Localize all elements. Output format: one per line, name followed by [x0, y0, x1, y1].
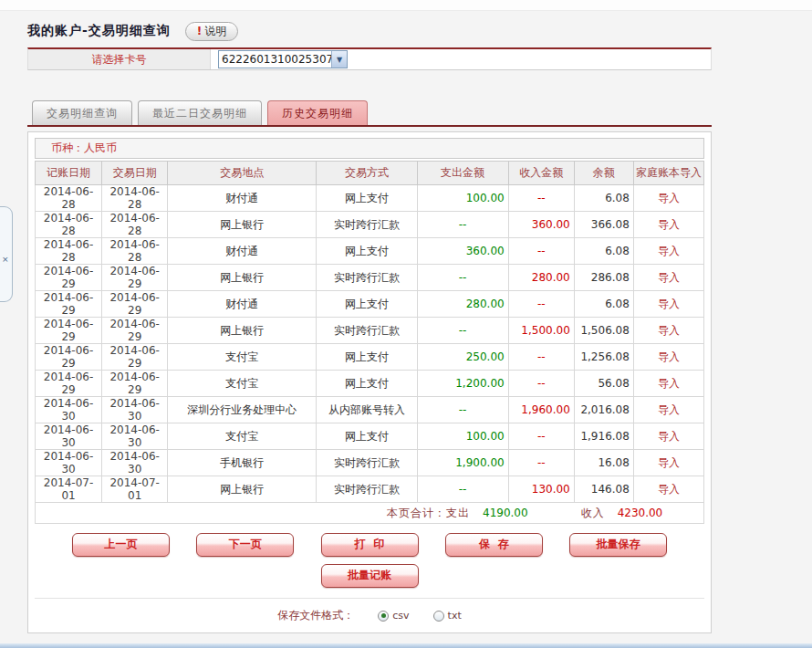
table-cell: --: [508, 344, 574, 371]
table-cell: 手机银行: [168, 450, 317, 476]
table-cell: 2014-06-28: [102, 185, 168, 212]
table-cell: 100.00: [417, 423, 508, 450]
card-select-row: 请选择卡号 6222601310025307752 ▼: [27, 47, 712, 70]
import-link[interactable]: 导入: [633, 371, 703, 397]
batch-save-button[interactable]: 批量保存: [569, 533, 667, 557]
table-cell: 2014-06-29: [36, 344, 102, 371]
table-cell: --: [508, 423, 574, 450]
table-cell: 2014-06-28: [36, 238, 102, 265]
tab-bar: 交易明细查询最近二日交易明细历史交易明细: [27, 100, 712, 127]
card-number-value: 6222601310025307752: [219, 51, 331, 68]
top-strip: [0, 0, 812, 11]
help-button[interactable]: ! 说明: [185, 22, 238, 41]
tab-2-active[interactable]: 历史交易明细: [267, 100, 368, 125]
table-cell: 16.08: [574, 450, 633, 476]
save-format-label: 保存文件格式：: [277, 608, 354, 623]
column-header: 家庭账本导入: [633, 162, 703, 185]
table-cell: 2014-06-29: [102, 371, 168, 397]
table-cell: 2014-06-29: [102, 318, 168, 344]
summary-income-label: 收入: [581, 504, 605, 523]
card-select-cell: 6222601310025307752 ▼: [211, 49, 711, 69]
table-cell: 2014-06-29: [36, 371, 102, 397]
tab-0[interactable]: 交易明细查询: [32, 100, 132, 125]
import-link[interactable]: 导入: [633, 318, 703, 344]
table-cell: 1,200.00: [417, 371, 508, 397]
radio-label: csv: [392, 610, 409, 622]
table-cell: 网上银行: [168, 318, 317, 344]
table-cell: 实时跨行汇款: [317, 318, 417, 344]
transaction-table: 记账日期交易日期交易地点交易方式支出金额收入金额余额家庭账本导入 2014-06…: [35, 161, 704, 503]
table-cell: 1,916.08: [574, 423, 633, 450]
import-link[interactable]: 导入: [633, 265, 703, 291]
import-link[interactable]: 导入: [633, 423, 703, 450]
table-row: 2014-06-292014-06-29支付宝网上支付250.00--1,256…: [36, 344, 704, 371]
batch-book-button[interactable]: 批量记账: [321, 564, 419, 588]
table-cell: 250.00: [417, 344, 508, 371]
summary-expense-value: 4190.00: [483, 504, 528, 523]
main-content: 我的账户-交易明细查询 ! 说明 请选择卡号 62226013100253077…: [27, 19, 712, 648]
save-button[interactable]: 保 存: [445, 533, 543, 557]
table-cell: 1,900.00: [417, 450, 508, 476]
table-cell: --: [417, 265, 508, 291]
table-cell: 6.08: [574, 291, 633, 318]
table-cell: 146.08: [574, 476, 633, 503]
table-cell: 2014-07-01: [36, 476, 102, 503]
table-cell: 网上银行: [168, 212, 317, 238]
table-row: 2014-06-292014-06-29支付宝网上支付1,200.00--56.…: [36, 371, 704, 397]
table-cell: 366.08: [574, 212, 633, 238]
page-title: 我的账户-交易明细查询: [27, 23, 171, 39]
table-cell: 网上支付: [317, 344, 417, 371]
import-link[interactable]: 导入: [633, 185, 703, 212]
save-format-row: 保存文件格式： csvtxt: [35, 598, 704, 632]
table-cell: 1,256.08: [574, 344, 633, 371]
tab-1[interactable]: 最近二日交易明细: [138, 100, 262, 125]
table-cell: 1,500.00: [508, 318, 574, 344]
table-cell: 2014-06-29: [102, 344, 168, 371]
table-cell: --: [508, 185, 574, 212]
table-cell: 6.08: [574, 185, 633, 212]
import-link[interactable]: 导入: [633, 397, 703, 423]
table-cell: 实时跨行汇款: [317, 212, 417, 238]
table-cell: --: [417, 397, 508, 423]
close-icon[interactable]: ×: [2, 255, 9, 264]
table-header-row: 记账日期交易日期交易地点交易方式支出金额收入金额余额家庭账本导入: [36, 162, 704, 185]
import-link[interactable]: 导入: [633, 238, 703, 265]
card-select-label: 请选择卡号: [28, 49, 211, 69]
import-link[interactable]: 导入: [633, 291, 703, 318]
radio-txt[interactable]: txt: [433, 610, 462, 622]
radio-dot-icon: [381, 613, 386, 618]
column-header: 记账日期: [36, 162, 102, 185]
table-cell: 2014-06-28: [102, 212, 168, 238]
table-cell: 实时跨行汇款: [317, 476, 417, 503]
table-cell: 2014-06-28: [36, 185, 102, 212]
table-cell: 财付通: [168, 185, 317, 212]
collapsed-side-widget[interactable]: ×: [0, 206, 13, 302]
table-cell: 网上银行: [168, 476, 317, 503]
prev-page-button[interactable]: 上一页: [72, 533, 170, 557]
table-cell: 360.00: [417, 238, 508, 265]
table-cell: 2014-06-29: [36, 265, 102, 291]
import-link[interactable]: 导入: [633, 344, 703, 371]
next-page-button[interactable]: 下一页: [196, 533, 294, 557]
table-row: 2014-06-282014-06-28财付通网上支付360.00--6.08导…: [36, 238, 704, 265]
table-cell: --: [417, 212, 508, 238]
table-cell: 2014-06-28: [102, 238, 168, 265]
table-cell: 2014-06-30: [102, 397, 168, 423]
radio-csv[interactable]: csv: [378, 610, 409, 622]
import-link[interactable]: 导入: [633, 212, 703, 238]
chevron-down-icon[interactable]: ▼: [331, 51, 347, 68]
table-cell: 56.08: [574, 371, 633, 397]
table-cell: 网上银行: [168, 265, 317, 291]
table-cell: 2014-07-01: [102, 476, 168, 503]
table-cell: 100.00: [417, 185, 508, 212]
table-cell: 2014-06-30: [36, 450, 102, 476]
summary-expense-label: 本页合计：支出: [387, 504, 470, 523]
radio-label: txt: [448, 610, 462, 622]
card-number-select[interactable]: 6222601310025307752 ▼: [218, 50, 348, 68]
import-link[interactable]: 导入: [633, 476, 703, 503]
table-cell: 2014-06-28: [36, 212, 102, 238]
print-button[interactable]: 打 印: [321, 533, 419, 557]
import-link[interactable]: 导入: [633, 450, 703, 476]
exclamation-icon: !: [197, 25, 202, 37]
table-cell: 6.08: [574, 238, 633, 265]
